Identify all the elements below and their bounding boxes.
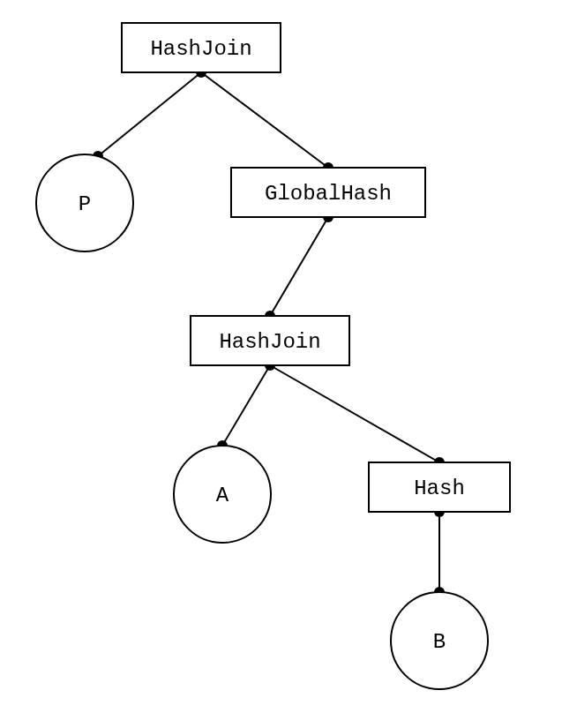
node-label: HashJoin: [150, 37, 251, 61]
node-label: HashJoin: [219, 330, 320, 354]
edge-root-p: [98, 72, 201, 156]
edge-globalhash-hashjoin2: [270, 217, 328, 316]
node-label: B: [433, 630, 446, 654]
node-label: A: [216, 484, 229, 507]
node-label: GlobalHash: [265, 182, 392, 206]
edge-hashjoin2-hash: [270, 365, 439, 462]
edge-hashjoin2-a: [222, 365, 270, 446]
edge-root-globalhash: [201, 72, 328, 168]
node-label: P: [79, 192, 91, 216]
query-plan-diagram: HashJoin P GlobalHash HashJoin A Hash B: [0, 0, 562, 728]
node-label: Hash: [414, 477, 465, 500]
